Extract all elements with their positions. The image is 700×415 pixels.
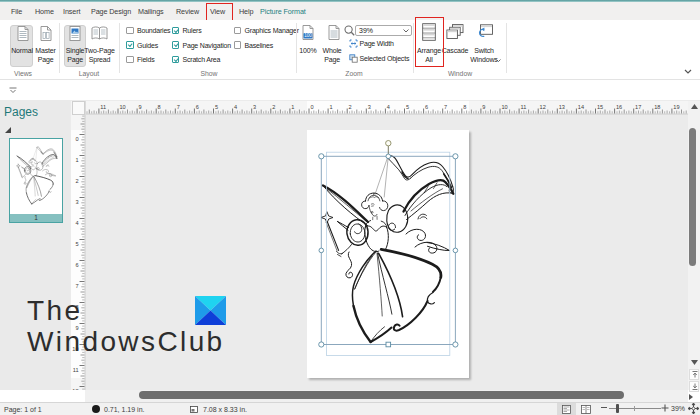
svg-text:9: 9 xyxy=(482,104,485,110)
svg-text:8: 8 xyxy=(158,104,161,110)
svg-text:15: 15 xyxy=(597,104,603,110)
svg-text:3: 3 xyxy=(75,199,78,205)
svg-text:0: 0 xyxy=(310,104,313,110)
svg-text:6: 6 xyxy=(425,104,428,110)
svg-text:11: 11 xyxy=(100,104,106,110)
svg-text:13: 13 xyxy=(559,104,565,110)
svg-text:17: 17 xyxy=(635,104,641,110)
svg-text:4: 4 xyxy=(234,104,237,110)
svg-text:7: 7 xyxy=(444,104,447,110)
svg-text:5: 5 xyxy=(215,104,218,110)
svg-text:5: 5 xyxy=(75,241,78,247)
svg-text:10: 10 xyxy=(119,104,125,110)
svg-text:6: 6 xyxy=(196,104,199,110)
svg-text:3: 3 xyxy=(368,104,371,110)
svg-text:7: 7 xyxy=(75,283,78,289)
svg-text:1: 1 xyxy=(330,104,333,110)
svg-text:12: 12 xyxy=(72,388,78,390)
svg-text:100: 100 xyxy=(304,33,312,38)
svg-text:2: 2 xyxy=(75,178,78,184)
svg-text:11: 11 xyxy=(521,104,527,110)
svg-text:19: 19 xyxy=(673,104,679,110)
svg-text:10: 10 xyxy=(501,104,507,110)
svg-text:7: 7 xyxy=(177,104,180,110)
svg-text:8: 8 xyxy=(463,104,466,110)
svg-text:4: 4 xyxy=(75,220,78,226)
svg-text:3: 3 xyxy=(253,104,256,110)
svg-text:18: 18 xyxy=(654,104,660,110)
svg-text:5: 5 xyxy=(406,104,409,110)
svg-text:2: 2 xyxy=(349,104,352,110)
svg-text:16: 16 xyxy=(616,104,622,110)
svg-text:14: 14 xyxy=(578,104,584,110)
svg-text:12: 12 xyxy=(540,104,546,110)
svg-text:2: 2 xyxy=(272,104,275,110)
svg-text:0: 0 xyxy=(75,136,78,142)
svg-text:11: 11 xyxy=(73,367,79,373)
svg-text:4: 4 xyxy=(387,104,390,110)
svg-text:1: 1 xyxy=(291,104,294,110)
svg-text:9: 9 xyxy=(139,104,142,110)
svg-text:6: 6 xyxy=(75,262,78,268)
svg-text:1: 1 xyxy=(75,157,78,163)
